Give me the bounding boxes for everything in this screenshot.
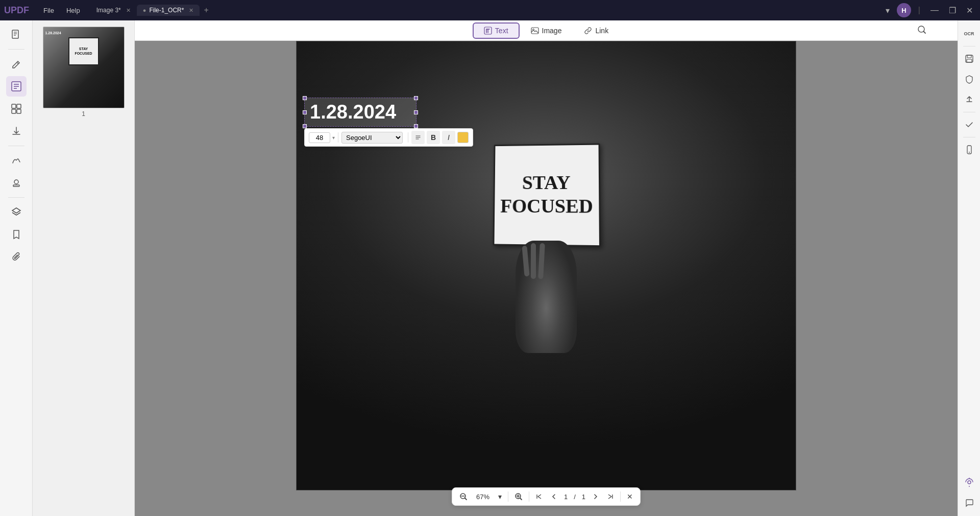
sign-line1: STAY — [500, 171, 593, 195]
right-divider-1 — [963, 46, 975, 46]
svg-rect-12 — [17, 109, 21, 113]
right-divider-3 — [963, 137, 975, 137]
search-icon — [917, 25, 927, 35]
resize-handle-ml[interactable] — [303, 110, 307, 114]
sidebar-markup-icon[interactable] — [6, 76, 27, 97]
bottom-divider-3 — [620, 491, 621, 502]
right-protect-icon[interactable] — [960, 70, 978, 88]
page-separator: / — [572, 493, 578, 501]
thumbnail-panel: STAYFOCUSED 1.28.2024 1 — [33, 20, 135, 516]
pdf-page: STAY FOCUSED — [296, 41, 796, 490]
bottom-divider-1 — [508, 491, 508, 502]
zoom-in-button[interactable] — [511, 490, 526, 503]
svg-point-13 — [14, 180, 18, 184]
resize-handle-tl[interactable] — [303, 96, 307, 100]
align-icon — [415, 133, 421, 142]
resize-handle-br[interactable] — [414, 124, 418, 128]
text-tool-icon — [484, 27, 492, 35]
total-pages: 1 — [580, 493, 587, 501]
svg-line-19 — [924, 32, 926, 34]
avatar[interactable]: H — [897, 3, 911, 17]
right-ai-icon[interactable] — [960, 473, 978, 491]
bottom-toolbar: 67% ▾ 1 / 1 ✕ — [452, 487, 641, 506]
canvas-toolbar: Text Image Link — [135, 20, 958, 41]
sidebar-divider-2 — [8, 146, 24, 146]
font-size-chevron[interactable]: ▾ — [332, 135, 335, 140]
zoom-dropdown-button[interactable]: ▾ — [495, 490, 505, 503]
right-save-icon[interactable] — [960, 50, 978, 68]
close-bar-button[interactable]: ✕ — [624, 490, 636, 503]
italic-button[interactable]: I — [442, 131, 455, 144]
svg-rect-9 — [12, 104, 16, 108]
font-family-select[interactable]: SegoeUI Arial Times New Roman — [341, 132, 403, 144]
thumbnail-image: STAYFOCUSED 1.28.2024 — [43, 27, 125, 108]
thumbnail-label: 1 — [82, 110, 85, 118]
menu-file[interactable]: File — [37, 5, 60, 16]
right-share-icon[interactable] — [960, 90, 978, 109]
sidebar-stamp-icon[interactable] — [6, 173, 27, 193]
tab-close-ocr[interactable]: ✕ — [189, 7, 193, 14]
sidebar-attach-icon[interactable] — [6, 247, 27, 267]
right-sidebar: OCR — [958, 20, 980, 516]
resize-handle-mr[interactable] — [414, 110, 418, 114]
canvas-area: Text Image Link — [135, 20, 958, 516]
sidebar-organize-icon[interactable] — [6, 99, 27, 119]
format-toolbar: ▾ SegoeUI Arial Times New Roman B I — [304, 128, 473, 147]
text-tool-button[interactable]: Text — [473, 22, 520, 39]
page-thumbnail-1[interactable]: STAYFOCUSED 1.28.2024 1 — [43, 27, 125, 118]
tab-ocr[interactable]: ● File-1_OCR* ✕ — [137, 5, 200, 16]
text-box[interactable]: 1.28.2024 — [304, 98, 416, 127]
text-content[interactable]: 1.28.2024 — [310, 101, 411, 123]
svg-rect-14 — [13, 185, 19, 186]
right-chat-icon[interactable] — [960, 494, 978, 512]
sidebar-divider-1 — [8, 49, 24, 50]
maximize-button[interactable]: ❐ — [946, 6, 959, 15]
last-page-button[interactable] — [604, 491, 617, 502]
align-button[interactable] — [411, 131, 425, 144]
right-ocr-icon[interactable]: OCR — [960, 25, 978, 43]
title-bar: UPDF File Help Image 3* ✕ ● File-1_OCR* … — [0, 0, 980, 20]
resize-handle-tr[interactable] — [414, 96, 418, 100]
bold-button[interactable]: B — [427, 131, 440, 144]
right-check-icon[interactable] — [960, 115, 978, 134]
format-divider-2 — [408, 132, 408, 143]
left-sidebar — [0, 20, 33, 516]
image-tool-icon — [531, 27, 539, 35]
close-button[interactable]: ✕ — [963, 6, 976, 15]
first-page-button[interactable] — [532, 491, 546, 502]
image-tool-button[interactable]: Image — [520, 22, 573, 39]
new-tab-button[interactable]: + — [200, 6, 212, 15]
dropdown-button[interactable]: ▾ — [883, 6, 893, 15]
svg-line-4 — [17, 62, 18, 64]
sidebar-bookmark-icon[interactable] — [6, 224, 27, 245]
color-picker[interactable] — [457, 132, 469, 143]
prev-page-button[interactable] — [548, 491, 560, 502]
sidebar-extract-icon[interactable] — [6, 121, 27, 142]
svg-point-37 — [968, 481, 971, 484]
sidebar-signature-icon[interactable] — [6, 150, 27, 171]
next-page-button[interactable] — [590, 491, 602, 502]
sidebar-edit-icon[interactable] — [6, 54, 27, 74]
svg-line-29 — [520, 498, 522, 500]
separator-line: | — [915, 6, 923, 15]
resize-handle-bl[interactable] — [303, 124, 307, 128]
menu-help[interactable]: Help — [60, 5, 86, 16]
tab-close-image3[interactable]: ✕ — [126, 7, 131, 14]
svg-line-25 — [464, 498, 467, 500]
svg-rect-16 — [531, 28, 538, 34]
tab-image3[interactable]: Image 3* ✕ — [90, 5, 137, 16]
font-size-input[interactable] — [309, 132, 330, 143]
svg-rect-11 — [12, 109, 16, 113]
sidebar-divider-3 — [8, 197, 24, 198]
svg-rect-34 — [967, 59, 972, 62]
right-mobile-icon[interactable] — [960, 140, 978, 159]
bottom-divider-2 — [529, 491, 529, 502]
minimize-button[interactable]: — — [927, 6, 942, 15]
sidebar-layers-icon[interactable] — [6, 202, 27, 222]
sidebar-pages-icon[interactable] — [6, 25, 27, 45]
search-button[interactable] — [917, 25, 927, 37]
zoom-out-button[interactable] — [456, 490, 471, 503]
link-tool-button[interactable]: Link — [573, 22, 620, 39]
sign-line2: FOCUSED — [500, 195, 593, 218]
svg-point-36 — [969, 152, 970, 153]
